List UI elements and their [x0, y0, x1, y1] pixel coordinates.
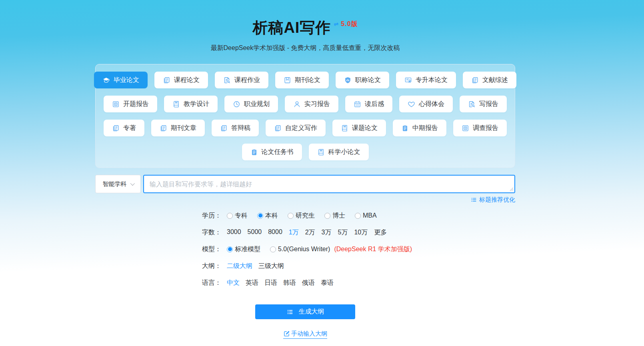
chevron-down-icon: [130, 181, 134, 186]
category-survey-report[interactable]: 调查报告: [453, 120, 507, 136]
category-upgrade-thesis[interactable]: 专升本论文: [396, 72, 456, 88]
category-label: 中期报告: [412, 124, 438, 132]
radio-college[interactable]: 专科: [227, 212, 248, 220]
category-course-thesis[interactable]: 课程论文: [154, 72, 208, 88]
category-course-assignment[interactable]: 课程作业: [215, 72, 268, 88]
wordcount-10k[interactable]: 1万: [289, 228, 299, 237]
heart-icon: [408, 100, 415, 108]
wordcount-20k[interactable]: 2万: [305, 228, 315, 237]
category-literature-review[interactable]: 文献综述: [463, 72, 516, 88]
category-journal-thesis[interactable]: 期刊论文: [275, 72, 329, 88]
category-write-report[interactable]: 写报告: [460, 96, 507, 112]
category-row-3: 专著 期刊文章 答辩稿 自定义写作 课题论文 中期报告 调查报告: [102, 120, 508, 136]
radio-circle-icon: [324, 213, 330, 219]
model-note: (DeepSeek R1 学术加强版): [334, 245, 412, 254]
radio-circle-selected-icon: [227, 246, 233, 252]
wordcount-100k[interactable]: 10万: [354, 228, 368, 237]
edit-document-icon: [283, 330, 290, 337]
manual-outline-link[interactable]: 手动输入大纲: [283, 330, 327, 339]
category-title-thesis[interactable]: 职称论文: [336, 72, 389, 88]
category-label: 课程论文: [174, 76, 200, 84]
outline-label: 大纲：: [202, 262, 221, 270]
calendar-icon: [354, 100, 361, 108]
model-row: 模型： 标准模型 5.0(Genius Writer) (DeepSeek R1…: [202, 241, 515, 258]
category-monograph[interactable]: 专著: [104, 120, 144, 136]
clipboard-filled-icon: [250, 148, 258, 156]
radio-circle-selected-icon: [257, 213, 263, 219]
category-label: 论文任务书: [262, 148, 294, 156]
wordcount-5000[interactable]: 5000: [248, 228, 262, 237]
category-reflection[interactable]: 心得体会: [399, 96, 453, 112]
subject-select-value: 智能学科: [103, 180, 127, 188]
language-chinese[interactable]: 中文: [227, 279, 240, 287]
category-internship-report[interactable]: 实习报告: [285, 96, 338, 112]
category-label: 专升本论文: [416, 76, 448, 84]
certificate-icon: [404, 76, 412, 84]
word-count-label: 字数：: [202, 228, 221, 237]
language-english[interactable]: 英语: [246, 279, 258, 287]
radio-phd[interactable]: 博士: [324, 212, 345, 220]
category-proposal-report[interactable]: 开题报告: [104, 96, 157, 112]
optimize-row: 标题推荐优化: [95, 196, 515, 204]
radio-genius-writer[interactable]: 5.0(Genius Writer): [270, 246, 330, 253]
generate-row: 生成大纲: [95, 304, 515, 319]
category-reading-review[interactable]: 读后感: [345, 96, 392, 112]
language-korean[interactable]: 韩语: [283, 279, 296, 287]
outline-level-3[interactable]: 三级大纲: [258, 262, 284, 270]
list-icon: [286, 308, 294, 316]
word-count-row: 字数： 3000 5000 8000 1万 2万 3万 5万 10万 更多: [202, 224, 515, 241]
clipboard-filled-icon: [401, 124, 409, 132]
category-label: 职业规划: [244, 100, 270, 108]
category-midterm-report[interactable]: 中期报告: [393, 120, 446, 136]
category-journal-article[interactable]: 期刊文章: [151, 120, 205, 136]
generate-outline-button[interactable]: 生成大纲: [255, 304, 355, 319]
outline-row: 大纲： 二级大纲 三级大纲: [202, 258, 515, 274]
category-thesis-task-book[interactable]: 论文任务书: [242, 144, 302, 160]
square-doc-icon: [462, 124, 469, 132]
category-teaching-design[interactable]: 教学设计: [164, 96, 218, 112]
wordcount-3000[interactable]: 3000: [227, 228, 241, 237]
subject-select[interactable]: 智能学科: [95, 175, 141, 193]
category-label: 调查报告: [473, 124, 498, 132]
book-icon: [172, 100, 180, 108]
category-custom-writing[interactable]: 自定义写作: [266, 120, 326, 136]
category-science-mini-thesis[interactable]: 科学小论文: [309, 144, 369, 160]
radio-circle-icon: [355, 213, 361, 219]
square-doc-icon: [112, 100, 120, 108]
wordcount-8000[interactable]: 8000: [268, 228, 282, 237]
language-thai[interactable]: 泰语: [321, 279, 334, 287]
category-project-thesis[interactable]: 课题论文: [332, 120, 386, 136]
language-japanese[interactable]: 日语: [264, 279, 277, 287]
book-icon: [317, 148, 325, 156]
page-title: 析稿AI写作⇌ 5.0版: [95, 18, 515, 38]
radio-postgraduate[interactable]: 研究生: [288, 212, 315, 220]
wordcount-30k[interactable]: 3万: [322, 228, 332, 237]
graduation-cap-icon: [102, 76, 110, 84]
category-career-plan[interactable]: 职业规划: [224, 96, 278, 112]
language-label: 语言：: [202, 279, 221, 287]
category-label: 写报告: [479, 100, 498, 108]
title-optimize-link[interactable]: 标题推荐优化: [470, 196, 515, 204]
radio-mba[interactable]: MBA: [355, 212, 377, 219]
topic-input[interactable]: [143, 175, 515, 193]
category-label: 教学设计: [184, 100, 209, 108]
radio-standard-model[interactable]: 标准模型: [227, 245, 260, 254]
category-label: 毕业论文: [114, 76, 139, 84]
category-label: 实习报告: [304, 100, 330, 108]
word-count-options: 3000 5000 8000 1万 2万 3万 5万 10万 更多: [227, 228, 387, 237]
category-defense-script[interactable]: 答辩稿: [212, 120, 259, 136]
language-russian[interactable]: 俄语: [302, 279, 315, 287]
education-row: 学历： 专科 本科 研究生 博士 MBA: [202, 207, 515, 224]
wordcount-more[interactable]: 更多: [374, 228, 387, 237]
wordcount-50k[interactable]: 5万: [338, 228, 348, 237]
clipboard-icon: [220, 124, 228, 132]
category-label: 职称论文: [355, 76, 381, 84]
category-graduation-thesis[interactable]: 毕业论文: [94, 72, 148, 88]
education-label: 学历：: [202, 212, 221, 220]
education-radios: 专科 本科 研究生 博士 MBA: [227, 212, 377, 220]
category-panel: 毕业论文 课程论文 课程作业 期刊论文 职称论文 专升本论文 文献综述 开题报告…: [95, 64, 515, 168]
version-label: 5.0版: [341, 20, 358, 27]
radio-bachelor[interactable]: 本科: [257, 212, 278, 220]
version-badge: ⇌ 5.0版: [334, 20, 358, 27]
outline-level-2[interactable]: 二级大纲: [227, 262, 252, 270]
